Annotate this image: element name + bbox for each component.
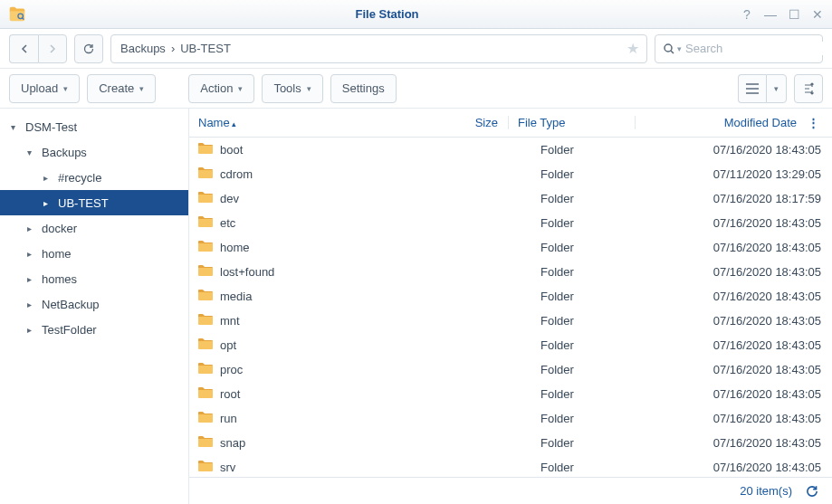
column-type[interactable]: File Type bbox=[508, 116, 635, 129]
tree-item[interactable]: ▸TestFolder bbox=[0, 317, 188, 342]
table-row[interactable]: lost+foundFolder07/16/2020 18:43:05 bbox=[189, 260, 832, 284]
table-row[interactable]: runFolder07/16/2020 18:43:05 bbox=[189, 406, 832, 431]
tree-item[interactable]: ▸home bbox=[0, 241, 188, 266]
expand-arrow-icon[interactable]: ▸ bbox=[27, 249, 36, 259]
table-row[interactable]: cdromFolder07/11/2020 13:29:05 bbox=[189, 162, 832, 186]
file-date: 07/16/2020 18:43:05 bbox=[658, 290, 830, 303]
status-bar: 20 item(s) bbox=[189, 477, 832, 504]
minimize-icon[interactable]: — bbox=[763, 7, 778, 22]
folder-icon bbox=[198, 191, 213, 206]
column-header: Name▴ Size File Type Modified Date ⋮ bbox=[189, 109, 832, 138]
table-row[interactable]: bootFolder07/16/2020 18:43:05 bbox=[189, 138, 832, 162]
tree-item[interactable]: ▸docker bbox=[0, 215, 188, 241]
file-date: 07/16/2020 18:43:05 bbox=[658, 461, 830, 474]
tools-button[interactable]: Tools▾ bbox=[262, 74, 322, 103]
folder-icon bbox=[198, 264, 213, 280]
file-type: Folder bbox=[531, 387, 658, 401]
file-name: lost+found bbox=[220, 265, 274, 279]
view-list-button[interactable] bbox=[738, 74, 766, 103]
favorite-star-icon[interactable]: ★ bbox=[626, 40, 639, 57]
file-name: mnt bbox=[220, 314, 240, 328]
tree-item[interactable]: ▸#recycle bbox=[0, 165, 188, 190]
expand-arrow-icon[interactable]: ▾ bbox=[11, 122, 20, 132]
breadcrumb[interactable]: Backups › UB-TEST ★ bbox=[110, 34, 647, 63]
search-icon[interactable]: ▾ bbox=[663, 43, 682, 55]
chevron-down-icon: ▾ bbox=[307, 84, 311, 93]
file-type: Folder bbox=[531, 241, 658, 254]
chevron-down-icon: ▾ bbox=[238, 84, 243, 93]
table-row[interactable]: snapFolder07/16/2020 18:43:05 bbox=[189, 431, 832, 455]
chevron-down-icon: ▾ bbox=[774, 84, 779, 93]
chevron-right-icon: › bbox=[171, 42, 175, 55]
tree-item[interactable]: ▸UB-TEST bbox=[0, 190, 188, 215]
file-pane: Name▴ Size File Type Modified Date ⋮ boo… bbox=[189, 109, 832, 504]
nav-forward-button[interactable] bbox=[38, 34, 67, 63]
tree-item[interactable]: ▸NetBackup bbox=[0, 291, 188, 317]
column-size[interactable]: Size bbox=[445, 116, 508, 129]
file-type: Folder bbox=[531, 192, 658, 205]
create-button[interactable]: Create▾ bbox=[87, 74, 156, 103]
tree-item-label: Backups bbox=[42, 146, 87, 159]
upload-button[interactable]: Upload▾ bbox=[9, 74, 80, 103]
settings-button[interactable]: Settings bbox=[330, 74, 397, 103]
maximize-icon[interactable]: ☐ bbox=[787, 7, 801, 22]
tree-item-label: homes bbox=[42, 272, 77, 286]
app-icon bbox=[7, 5, 27, 24]
file-name: media bbox=[220, 290, 252, 303]
expand-arrow-icon[interactable]: ▸ bbox=[27, 274, 36, 284]
table-row[interactable]: homeFolder07/16/2020 18:43:05 bbox=[189, 235, 832, 260]
action-button[interactable]: Action▾ bbox=[188, 74, 254, 103]
expand-arrow-icon[interactable]: ▸ bbox=[43, 173, 53, 183]
expand-arrow-icon[interactable]: ▸ bbox=[27, 223, 36, 233]
tree-item[interactable]: ▾Backups bbox=[0, 139, 188, 165]
titlebar: File Station ? — ☐ ✕ bbox=[0, 0, 832, 29]
table-row[interactable]: rootFolder07/16/2020 18:43:05 bbox=[189, 382, 832, 406]
nav-back-button[interactable] bbox=[9, 34, 38, 63]
file-date: 07/11/2020 13:29:05 bbox=[658, 167, 830, 181]
table-row[interactable]: procFolder07/16/2020 18:43:05 bbox=[189, 357, 832, 382]
table-row[interactable]: optFolder07/16/2020 18:43:05 bbox=[189, 333, 832, 357]
help-icon[interactable]: ? bbox=[740, 7, 754, 22]
chevron-down-icon: ▾ bbox=[677, 44, 682, 53]
file-date: 07/16/2020 18:43:05 bbox=[658, 412, 830, 425]
file-type: Folder bbox=[531, 338, 658, 352]
breadcrumb-segment[interactable]: UB-TEST bbox=[180, 42, 231, 55]
file-name: boot bbox=[220, 143, 243, 157]
table-row[interactable]: etcFolder07/16/2020 18:43:05 bbox=[189, 211, 832, 235]
column-date[interactable]: Modified Date bbox=[635, 116, 807, 129]
tree-item[interactable]: ▾DSM-Test bbox=[0, 114, 188, 139]
folder-icon bbox=[198, 240, 213, 255]
expand-arrow-icon[interactable]: ▾ bbox=[27, 147, 36, 157]
file-name: snap bbox=[220, 436, 245, 450]
table-row[interactable]: mediaFolder07/16/2020 18:43:05 bbox=[189, 284, 832, 309]
file-type: Folder bbox=[531, 412, 658, 425]
file-name: home bbox=[220, 241, 250, 254]
file-date: 07/16/2020 18:43:05 bbox=[658, 216, 830, 230]
expand-arrow-icon[interactable]: ▸ bbox=[27, 300, 36, 309]
column-name[interactable]: Name▴ bbox=[189, 116, 445, 129]
column-menu-icon[interactable]: ⋮ bbox=[807, 116, 819, 129]
search-box[interactable]: ▾ bbox=[655, 34, 823, 63]
refresh-button[interactable] bbox=[74, 34, 103, 63]
table-row[interactable]: srvFolder07/16/2020 18:43:05 bbox=[189, 455, 832, 477]
file-type: Folder bbox=[531, 436, 658, 450]
folder-icon bbox=[198, 215, 213, 231]
file-date: 07/16/2020 18:43:05 bbox=[658, 387, 830, 401]
file-name: run bbox=[220, 412, 237, 425]
refresh-icon[interactable] bbox=[805, 484, 819, 499]
expand-arrow-icon[interactable]: ▸ bbox=[27, 325, 36, 335]
breadcrumb-segment[interactable]: Backups bbox=[120, 42, 166, 55]
file-date: 07/16/2020 18:43:05 bbox=[658, 265, 830, 279]
file-type: Folder bbox=[531, 314, 658, 328]
search-input[interactable] bbox=[685, 42, 832, 55]
expand-arrow-icon[interactable]: ▸ bbox=[43, 198, 53, 208]
file-type: Folder bbox=[531, 216, 658, 230]
tree-item[interactable]: ▸homes bbox=[0, 266, 188, 291]
view-options-button[interactable]: ▾ bbox=[766, 74, 787, 103]
sort-button[interactable] bbox=[794, 74, 823, 103]
table-row[interactable]: devFolder07/16/2020 18:17:59 bbox=[189, 186, 832, 211]
file-date: 07/16/2020 18:43:05 bbox=[658, 363, 830, 376]
close-icon[interactable]: ✕ bbox=[810, 7, 825, 22]
table-row[interactable]: mntFolder07/16/2020 18:43:05 bbox=[189, 309, 832, 333]
file-type: Folder bbox=[531, 290, 658, 303]
